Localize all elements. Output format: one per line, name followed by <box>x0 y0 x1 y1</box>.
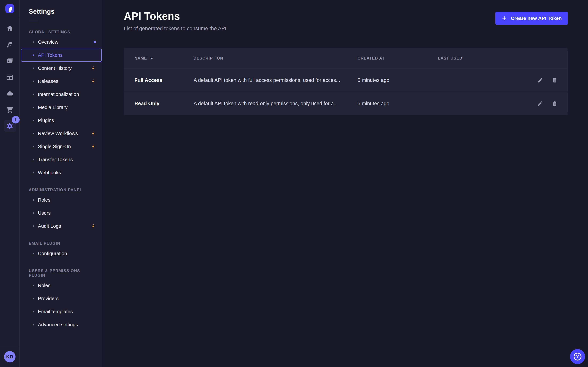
section-global-settings: Overview API Tokens Content History Rele… <box>20 35 103 179</box>
section-email-plugin: Configuration <box>20 247 103 260</box>
gear-icon <box>6 122 14 130</box>
edit-token-button[interactable] <box>537 100 544 107</box>
subnav-item-label: API Tokens <box>38 52 62 58</box>
sort-ascending-icon: ▲ <box>150 56 154 60</box>
subnav-item-label: Users <box>38 210 51 216</box>
bullet <box>33 172 34 173</box>
settings-icon-active[interactable]: 1 <box>4 120 16 132</box>
subnav-item-transfer-tokens[interactable]: Transfer Tokens <box>20 153 103 166</box>
page-header: API Tokens List of generated tokens to c… <box>124 10 568 32</box>
section-administration-panel: Roles Users Audit Logs <box>20 193 103 233</box>
subnav-item-label: Configuration <box>38 251 67 256</box>
subnav-item-review-workflows[interactable]: Review Workflows <box>20 127 103 140</box>
subnav-title: Settings <box>20 8 103 15</box>
bullet <box>33 67 34 69</box>
settings-subnav: Settings GLOBAL SETTINGS Overview API To… <box>20 0 103 367</box>
bullet <box>33 120 34 121</box>
bullet <box>33 159 34 160</box>
user-avatar[interactable]: KD <box>4 351 16 362</box>
subnav-item-internationalization[interactable]: Internationalization <box>20 88 103 101</box>
delete-token-button[interactable] <box>551 100 558 107</box>
section-users-permissions-plugin: Roles Providers Email templates Advanced… <box>20 279 103 331</box>
bullet <box>33 311 34 312</box>
help-button[interactable]: ? <box>570 349 585 364</box>
subnav-item-api-tokens[interactable]: API Tokens <box>21 49 102 62</box>
token-description: A default API token with full access per… <box>194 77 357 83</box>
subnav-item-advanced-settings[interactable]: Advanced settings <box>20 318 103 331</box>
notification-dot <box>94 41 96 43</box>
lightning-icon <box>91 78 96 85</box>
bullet <box>33 81 34 82</box>
section-label-administration-panel: ADMINISTRATION PANEL <box>20 188 103 192</box>
subnav-item-label: Audit Logs <box>38 223 61 229</box>
page-title: API Tokens <box>124 10 226 22</box>
subnav-item-users[interactable]: Users <box>20 207 103 220</box>
strapi-logo[interactable] <box>5 4 14 13</box>
bullet <box>33 107 34 108</box>
table-row-full-access[interactable]: Full Access A default API token with ful… <box>124 68 568 92</box>
subnav-item-label: Transfer Tokens <box>38 157 73 162</box>
api-tokens-table: NAME ▲ DESCRIPTION CREATED AT LAST USED … <box>124 48 568 115</box>
token-description: A default API token with read-only permi… <box>194 101 357 107</box>
plus-icon <box>502 16 507 21</box>
subnav-item-label: Roles <box>38 197 51 203</box>
bullet <box>33 94 34 95</box>
subnav-item-content-history[interactable]: Content History <box>20 62 103 75</box>
subnav-item-plugins[interactable]: Plugins <box>20 114 103 127</box>
content-manager-feather-icon[interactable] <box>6 41 14 49</box>
subnav-item-label: Webhooks <box>38 170 61 175</box>
subnav-item-media-library[interactable]: Media Library <box>20 101 103 114</box>
token-name: Full Access <box>134 77 194 83</box>
subnav-item-providers[interactable]: Providers <box>20 292 103 305</box>
cloud-icon[interactable] <box>6 90 14 97</box>
subnav-item-overview[interactable]: Overview <box>20 35 103 49</box>
column-header-description: DESCRIPTION <box>194 56 357 60</box>
rail-divider-bottom <box>0 347 19 347</box>
delete-token-button[interactable] <box>551 77 558 83</box>
column-header-last-used: LAST USED <box>438 56 522 60</box>
subnav-item-single-sign-on[interactable]: Single Sign-On <box>20 140 103 153</box>
subnav-item-label: Internationalization <box>38 92 79 97</box>
subnav-item-roles-admin[interactable]: Roles <box>20 193 103 207</box>
subnav-item-label: Review Workflows <box>38 131 78 136</box>
subnav-item-webhooks[interactable]: Webhooks <box>20 166 103 179</box>
main-content: API Tokens List of generated tokens to c… <box>103 0 588 367</box>
bullet <box>33 146 34 147</box>
subnav-item-label: Providers <box>38 296 59 301</box>
subnav-item-label: Email templates <box>38 309 73 314</box>
bullet <box>33 212 34 214</box>
bullet <box>33 54 34 56</box>
subnav-item-label: Overview <box>38 39 58 45</box>
create-button-label: Create new API Token <box>511 16 562 21</box>
column-header-created-at: CREATED AT <box>357 56 438 60</box>
token-created-at: 5 minutes ago <box>357 77 438 83</box>
subnav-item-audit-logs[interactable]: Audit Logs <box>20 220 103 233</box>
edit-token-button[interactable] <box>537 77 544 83</box>
lightning-icon <box>91 130 96 137</box>
lightning-icon <box>91 223 96 230</box>
lightning-icon <box>91 65 96 72</box>
column-header-name[interactable]: NAME ▲ <box>134 56 194 60</box>
section-label-users-permissions-plugin: USERS & PERMISSIONS PLUGIN <box>20 268 103 278</box>
strapi-logo-icon <box>5 4 14 13</box>
subnav-item-roles-up[interactable]: Roles <box>20 279 103 292</box>
section-label-global-settings: GLOBAL SETTINGS <box>20 30 103 34</box>
table-row-read-only[interactable]: Read Only A default API token with read-… <box>124 92 568 115</box>
trash-icon <box>552 77 558 83</box>
create-api-token-button[interactable]: Create new API Token <box>495 12 568 25</box>
subnav-item-email-templates[interactable]: Email templates <box>20 305 103 318</box>
settings-notification-badge: 1 <box>12 116 20 124</box>
content-type-builder-icon[interactable] <box>6 73 14 81</box>
bullet <box>33 199 34 201</box>
bullet <box>33 285 34 286</box>
bullet <box>33 324 34 325</box>
marketplace-cart-icon[interactable] <box>6 106 14 114</box>
home-icon[interactable] <box>6 24 14 32</box>
bullet <box>33 225 34 227</box>
token-created-at: 5 minutes ago <box>357 101 438 107</box>
pencil-icon <box>537 101 543 107</box>
subnav-item-releases[interactable]: Releases <box>20 75 103 88</box>
media-library-icon[interactable] <box>6 57 14 65</box>
subnav-item-configuration[interactable]: Configuration <box>20 247 103 260</box>
bullet <box>33 133 34 134</box>
